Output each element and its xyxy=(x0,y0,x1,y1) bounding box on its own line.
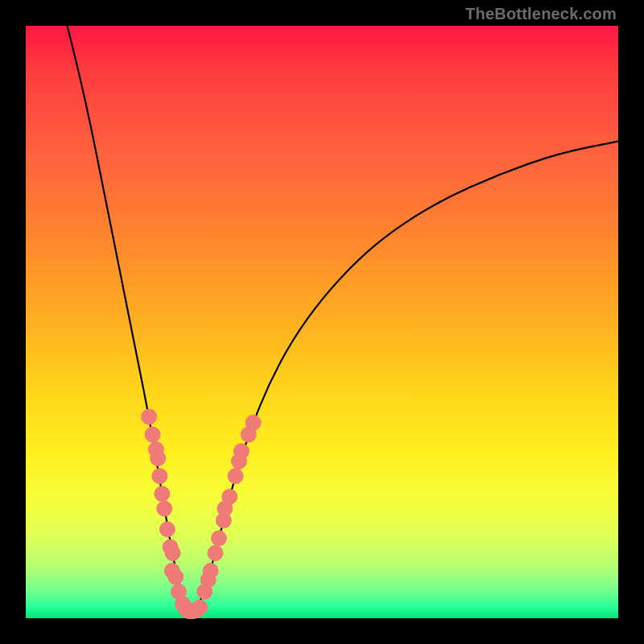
chart-overlay xyxy=(26,26,618,618)
bottleneck-curve xyxy=(68,26,618,611)
data-point xyxy=(145,427,160,442)
chart-container: TheBottleneck.com xyxy=(0,0,644,644)
data-point xyxy=(208,546,223,561)
data-point xyxy=(152,469,167,484)
data-point xyxy=(246,415,261,431)
data-point xyxy=(165,546,180,561)
data-point xyxy=(151,451,166,466)
data-point xyxy=(233,444,249,459)
data-point xyxy=(168,569,184,584)
data-point xyxy=(157,501,172,516)
data-point xyxy=(192,600,208,615)
data-point xyxy=(203,564,218,579)
data-points-group xyxy=(142,409,262,618)
data-point xyxy=(155,486,170,502)
data-point xyxy=(228,469,243,484)
data-point xyxy=(222,489,237,505)
data-point xyxy=(159,522,175,537)
data-point xyxy=(142,409,157,424)
watermark-text: TheBottleneck.com xyxy=(465,5,617,23)
data-point xyxy=(211,530,226,546)
